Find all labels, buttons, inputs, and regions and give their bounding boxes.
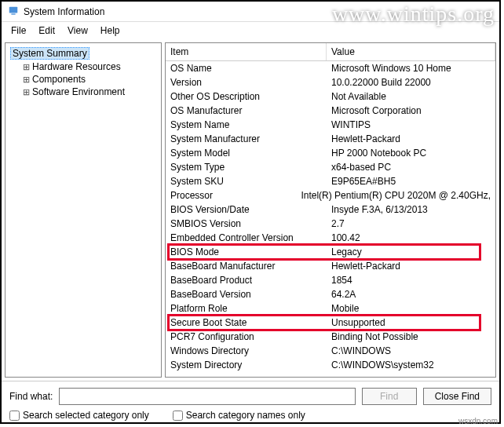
column-header-value[interactable]: Value <box>327 43 495 60</box>
cell-item: System Type <box>170 162 331 173</box>
cell-value: C:\WINDOWS\system32 <box>331 359 491 370</box>
cell-item: OS Name <box>170 63 331 74</box>
list-row[interactable]: BaseBoard Version64.2A <box>166 287 495 301</box>
cell-item: System Name <box>170 119 331 130</box>
cell-value: Not Available <box>331 91 491 102</box>
cell-value: Binding Not Possible <box>331 331 491 342</box>
cell-item: Version <box>170 77 331 88</box>
list-row[interactable]: Other OS DescriptionNot Available <box>166 89 495 104</box>
list-row[interactable]: Embedded Controller Version100.42 <box>166 231 495 245</box>
list-header: Item Value <box>166 43 495 61</box>
cell-value: Hewlett-Packard <box>331 133 491 144</box>
attribution-text: wsxdn.com <box>458 417 498 425</box>
cell-value: Intel(R) Pentium(R) CPU 2020M @ 2.40GHz, <box>301 190 491 201</box>
cell-value: 64.2A <box>331 289 491 300</box>
cell-item: Platform Role <box>170 303 331 314</box>
cell-value: E9P65EA#BH5 <box>331 176 491 187</box>
cell-value: WINTIPS <box>331 119 491 130</box>
tree-item-label: Components <box>31 74 87 85</box>
list-row[interactable]: System NameWINTIPS <box>166 118 495 132</box>
close-find-button[interactable]: Close Find <box>423 388 491 405</box>
list-row[interactable]: PCR7 ConfigurationBinding Not Possible <box>166 330 495 344</box>
list-row[interactable]: Platform RoleMobile <box>166 301 495 316</box>
list-row[interactable]: BIOS Version/DateInsyde F.3A, 6/13/2013 <box>166 203 495 217</box>
tree-root-system-summary[interactable]: System Summary <box>9 46 158 60</box>
window-title: System Information <box>24 6 104 17</box>
menu-help[interactable]: Help <box>94 24 126 38</box>
cell-value: Microsoft Corporation <box>331 105 491 116</box>
list-row[interactable]: System SKUE9P65EA#BH5 <box>166 174 495 188</box>
cell-value: C:\WINDOWS <box>331 345 491 356</box>
expand-icon[interactable]: ⊞ <box>21 62 31 72</box>
cell-item: Secure Boot State <box>170 317 331 328</box>
tree-pane[interactable]: System Summary ⊞Hardware Resources⊞Compo… <box>5 42 162 378</box>
cell-item: BaseBoard Manufacturer <box>170 261 331 272</box>
menu-bar: File Edit View Help <box>2 22 499 39</box>
cell-value: Mobile <box>331 303 491 314</box>
cell-value: HP 2000 Notebook PC <box>331 148 491 159</box>
menu-file[interactable]: File <box>5 24 32 38</box>
find-input[interactable] <box>59 388 355 405</box>
cell-value: Hewlett-Packard <box>331 261 491 272</box>
svg-rect-1 <box>11 13 15 14</box>
cell-value: Unsupported <box>331 317 491 328</box>
find-label: Find what: <box>9 391 53 402</box>
tree-item-label: Hardware Resources <box>31 61 122 72</box>
list-body[interactable]: OS NameMicrosoft Windows 10 HomeVersion1… <box>166 61 495 377</box>
cell-item: BaseBoard Product <box>170 275 331 286</box>
cell-item: OS Manufacturer <box>170 105 331 116</box>
list-row[interactable]: Windows DirectoryC:\WINDOWS <box>166 344 495 358</box>
tree-root-label: System Summary <box>10 47 89 60</box>
cell-value: Microsoft Windows 10 Home <box>331 63 491 74</box>
svg-rect-0 <box>9 7 18 13</box>
cell-item: PCR7 Configuration <box>170 331 331 342</box>
cell-value: Legacy <box>331 246 491 257</box>
cell-item: BIOS Mode <box>170 246 331 257</box>
list-row[interactable]: System DirectoryC:\WINDOWS\system32 <box>166 358 495 372</box>
cell-item: Other OS Description <box>170 91 331 102</box>
check-selected-category-box[interactable] <box>9 411 20 421</box>
cell-item: System Manufacturer <box>170 133 331 144</box>
cell-item: SMBIOS Version <box>170 218 331 229</box>
cell-item: System Model <box>170 148 331 159</box>
expand-icon[interactable]: ⊞ <box>21 75 31 85</box>
cell-value: 100.42 <box>331 232 491 243</box>
tree-item-label: Software Environment <box>31 86 126 97</box>
main-panes: System Summary ⊞Hardware Resources⊞Compo… <box>5 42 496 378</box>
cell-value: 10.0.22000 Build 22000 <box>331 77 491 88</box>
tree-item[interactable]: ⊞Components <box>20 73 158 86</box>
list-row[interactable]: OS NameMicrosoft Windows 10 Home <box>166 61 495 75</box>
title-bar: System Information <box>2 2 499 22</box>
tree-item[interactable]: ⊞Software Environment <box>20 86 158 98</box>
check-selected-category[interactable]: Search selected category only <box>9 410 149 421</box>
list-row[interactable]: BIOS ModeLegacy <box>166 245 495 259</box>
list-row[interactable]: BaseBoard Product1854 <box>166 273 495 287</box>
find-button[interactable]: Find <box>362 388 417 405</box>
cell-item: Processor <box>170 190 301 201</box>
cell-item: BaseBoard Version <box>170 289 331 300</box>
check-category-names[interactable]: Search category names only <box>173 410 305 421</box>
menu-view[interactable]: View <box>61 24 94 38</box>
list-row[interactable]: System ModelHP 2000 Notebook PC <box>166 146 495 160</box>
check-category-names-box[interactable] <box>173 411 183 421</box>
app-icon <box>8 5 19 18</box>
cell-value: x64-based PC <box>331 162 491 173</box>
list-row[interactable]: Secure Boot StateUnsupported <box>166 316 495 330</box>
menu-edit[interactable]: Edit <box>32 24 61 38</box>
list-row[interactable]: Version10.0.22000 Build 22000 <box>166 75 495 89</box>
tree-item[interactable]: ⊞Hardware Resources <box>20 60 158 73</box>
list-row[interactable]: System ManufacturerHewlett-Packard <box>166 132 495 146</box>
list-row[interactable]: System Typex64-based PC <box>166 160 495 174</box>
cell-value: 1854 <box>331 275 491 286</box>
cell-value: Insyde F.3A, 6/13/2013 <box>331 204 491 215</box>
expand-icon[interactable]: ⊞ <box>21 87 31 97</box>
list-row[interactable]: OS ManufacturerMicrosoft Corporation <box>166 104 495 118</box>
cell-value: 2.7 <box>331 218 491 229</box>
column-header-item[interactable]: Item <box>166 43 327 60</box>
list-row[interactable]: SMBIOS Version2.7 <box>166 217 495 231</box>
list-row[interactable]: BaseBoard ManufacturerHewlett-Packard <box>166 259 495 273</box>
cell-item: BIOS Version/Date <box>170 204 331 215</box>
list-row[interactable]: ProcessorIntel(R) Pentium(R) CPU 2020M @… <box>166 188 495 203</box>
list-pane: Item Value OS NameMicrosoft Windows 10 H… <box>165 42 496 378</box>
cell-item: Windows Directory <box>170 345 331 356</box>
